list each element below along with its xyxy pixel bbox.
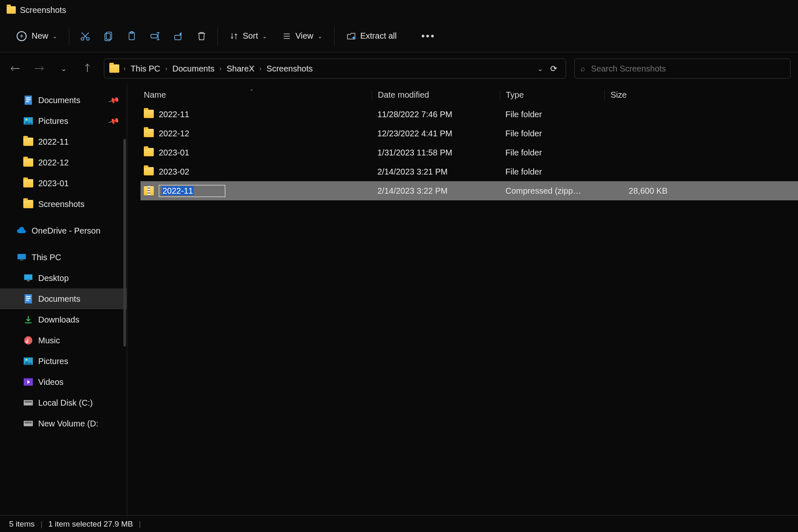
pic-icon	[23, 357, 33, 366]
chevron-down-icon: ⌄	[318, 33, 323, 39]
toolbar: + New ⌄ Sort ⌄ View ⌄ Extract all •••	[0, 20, 798, 52]
sidebar-item[interactable]: Pictures📌	[0, 111, 127, 131]
ellipsis-icon: •••	[421, 30, 435, 42]
chevron-down-icon: ⌄	[262, 33, 267, 39]
download-icon	[23, 315, 33, 324]
address-bar[interactable]: › This PC › Documents › ShareX › Screens…	[104, 59, 566, 79]
search-box[interactable]: ⌕	[574, 59, 791, 79]
share-button[interactable]	[167, 25, 189, 47]
folder-icon	[23, 200, 33, 209]
sidebar-item[interactable]: Documents	[0, 288, 127, 309]
status-item-count: 5 items	[9, 520, 34, 529]
pin-icon: 📌	[108, 94, 120, 106]
column-label: Date modified	[378, 90, 429, 99]
file-row[interactable]: 2023-02 2/14/2023 3:21 PM File folder	[140, 162, 798, 181]
more-button[interactable]: •••	[418, 25, 439, 47]
svg-rect-21	[26, 298, 31, 299]
extract-all-label: Extract all	[360, 31, 397, 41]
share-icon	[173, 31, 184, 42]
extract-all-button[interactable]: Extract all	[340, 25, 404, 47]
column-header-type[interactable]: Type	[500, 90, 604, 100]
sort-button[interactable]: Sort ⌄	[223, 25, 274, 47]
sidebar-item-label: 2023-01	[38, 179, 69, 188]
sidebar-item[interactable]: Music	[0, 330, 127, 351]
rename-input[interactable]: 2022-11	[159, 185, 225, 197]
view-button[interactable]: View ⌄	[276, 25, 329, 47]
file-type: File folder	[500, 167, 604, 177]
forward-button[interactable]: 🡒	[32, 61, 47, 76]
sidebar-item-label: Desktop	[38, 273, 69, 283]
breadcrumb[interactable]: ShareX	[224, 62, 257, 75]
sidebar-this-pc[interactable]: This PC	[0, 247, 127, 268]
new-button[interactable]: + New ⌄	[10, 25, 64, 47]
sidebar-item-label: Videos	[38, 377, 64, 387]
back-button[interactable]: 🡐	[7, 61, 23, 76]
rename-button[interactable]	[144, 25, 166, 47]
copy-button[interactable]	[98, 25, 119, 47]
scissors-icon	[80, 31, 91, 42]
sidebar-item[interactable]: New Volume (D:	[0, 413, 127, 434]
breadcrumb[interactable]: Screenshots	[264, 62, 315, 75]
refresh-button[interactable]: ⟳	[550, 64, 557, 74]
folder-icon	[144, 148, 154, 157]
sidebar-item[interactable]: Downloads	[0, 309, 127, 330]
rename-icon	[150, 31, 160, 42]
window-title: Screenshots	[20, 5, 66, 15]
sidebar-item[interactable]: 2023-01	[0, 173, 127, 194]
sidebar-item[interactable]: 2022-12	[0, 152, 127, 173]
cut-button[interactable]	[74, 25, 96, 47]
svg-rect-29	[25, 401, 32, 403]
sidebar-onedrive[interactable]: OneDrive - Person	[0, 220, 127, 241]
scrollbar-thumb[interactable]	[123, 139, 126, 347]
file-date: 2/14/2023 3:22 PM	[372, 186, 500, 196]
file-row[interactable]: 2022-11 2/14/2023 3:22 PM Compressed (zi…	[140, 181, 798, 200]
chevron-right-icon: ›	[259, 65, 261, 72]
sort-ascending-icon: ˄	[250, 89, 253, 95]
svg-point-30	[31, 404, 32, 404]
svg-point-14	[25, 119, 27, 121]
svg-rect-15	[17, 254, 26, 259]
sidebar-item-label: OneDrive - Person	[32, 226, 101, 236]
column-header-date[interactable]: Date modified	[372, 90, 500, 100]
list-icon	[282, 31, 291, 42]
delete-button[interactable]	[191, 25, 212, 47]
search-input[interactable]	[591, 64, 784, 74]
breadcrumb[interactable]: This PC	[128, 62, 163, 75]
file-name: 2022-12	[159, 129, 189, 138]
sidebar-item[interactable]: Screenshots	[0, 194, 127, 214]
status-selection: 1 item selected 27.9 MB	[48, 520, 133, 529]
drive-icon	[23, 398, 33, 407]
video-icon	[23, 377, 33, 387]
sidebar-item-label: This PC	[32, 253, 61, 262]
sidebar-item[interactable]: Videos	[0, 372, 127, 392]
breadcrumb[interactable]: Documents	[170, 62, 217, 75]
column-label: Name	[144, 90, 166, 99]
svg-rect-17	[24, 274, 32, 280]
sidebar-item[interactable]: 2022-11	[0, 131, 127, 152]
toolbar-separator	[217, 27, 218, 45]
file-name: 2022-11	[159, 110, 189, 119]
chevron-down-icon: ⌄	[52, 33, 57, 39]
recent-dropdown[interactable]: ⌄	[56, 61, 71, 76]
svg-point-24	[24, 336, 32, 345]
column-header-size[interactable]: Size	[604, 90, 673, 100]
chevron-down-icon[interactable]: ⌄	[537, 65, 543, 73]
sidebar-item[interactable]: Desktop	[0, 268, 127, 288]
file-date: 12/23/2022 4:41 PM	[372, 129, 500, 138]
navigation-row: 🡐 🡒 ⌄ 🡑 › This PC › Documents › ShareX ›…	[0, 52, 798, 85]
search-icon: ⌕	[581, 64, 585, 73]
sidebar-item[interactable]: Pictures	[0, 351, 127, 372]
status-separator: |	[40, 520, 42, 529]
pic-icon	[23, 116, 33, 126]
toolbar-separator	[334, 27, 335, 45]
sidebar-item-label: Screenshots	[38, 200, 84, 209]
file-type: File folder	[500, 129, 604, 138]
file-row[interactable]: 2023-01 1/31/2023 11:58 PM File folder	[140, 143, 798, 162]
up-button[interactable]: 🡑	[80, 61, 96, 76]
file-row[interactable]: 2022-12 12/23/2022 4:41 PM File folder	[140, 124, 798, 143]
file-row[interactable]: 2022-11 11/28/2022 7:46 PM File folder	[140, 105, 798, 124]
sidebar-item[interactable]: Documents📌	[0, 90, 127, 111]
paste-button[interactable]	[121, 25, 143, 47]
sidebar-item[interactable]: Local Disk (C:)	[0, 392, 127, 413]
column-header-name[interactable]: Name ˄	[140, 90, 372, 100]
